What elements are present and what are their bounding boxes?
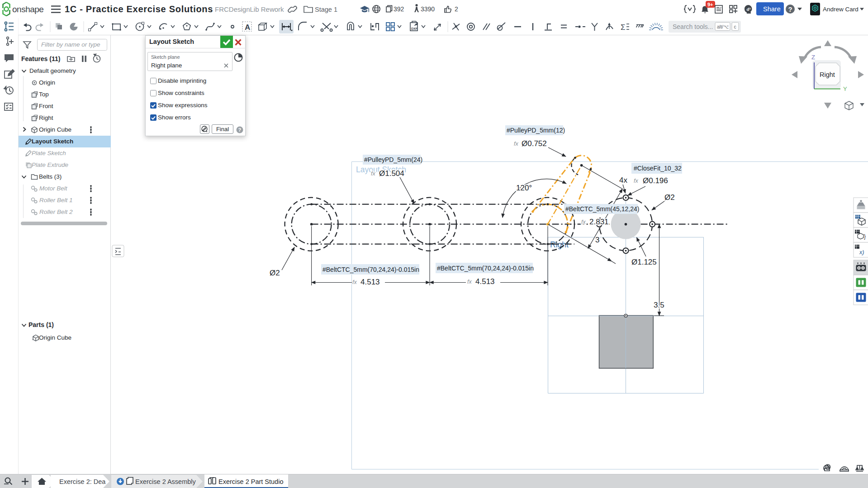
svg-text:Ø0.752: Ø0.752 <box>522 139 547 148</box>
svg-text:FRCDesignLib Rework: FRCDesignLib Rework <box>215 5 284 13</box>
svg-text:alt/⌥: alt/⌥ <box>717 24 729 29</box>
svg-text:2: 2 <box>455 5 458 13</box>
svg-text:3390: 3390 <box>421 5 435 13</box>
svg-text:fx: fx <box>371 171 375 177</box>
svg-text:Ø1.504: Ø1.504 <box>379 169 404 178</box>
svg-text:Ø2: Ø2 <box>270 269 280 277</box>
svg-text:fx: fx <box>514 141 518 147</box>
svg-text:#CloseFit_10_32: #CloseFit_10_32 <box>634 165 682 172</box>
svg-text:DXF: DXF <box>411 27 418 30</box>
svg-text:Σ: Σ <box>621 23 626 32</box>
svg-text:fx: fx <box>634 178 638 184</box>
svg-text:120°: 120° <box>516 184 532 192</box>
svg-text:392: 392 <box>394 5 404 13</box>
svg-text:Share: Share <box>763 5 781 13</box>
svg-text:Search tools...: Search tools... <box>673 23 713 30</box>
svg-text:3.5: 3.5 <box>654 301 664 309</box>
svg-text:fx: fx <box>352 279 357 285</box>
svg-text:Exercise 2: Dea: Exercise 2: Dea <box>59 478 106 485</box>
svg-text:4.513: 4.513 <box>475 277 495 286</box>
svg-text:9+: 9+ <box>707 2 713 7</box>
svg-text:d³: d³ <box>747 7 751 12</box>
svg-text:#PulleyPD_5mm(24): #PulleyPD_5mm(24) <box>364 156 422 163</box>
svg-text:#BeltCTC_5mm(45,12,24): #BeltCTC_5mm(45,12,24) <box>565 205 639 213</box>
svg-text:2.831: 2.831 <box>589 218 609 226</box>
svg-text:A: A <box>245 23 250 32</box>
svg-text:c: c <box>734 24 736 29</box>
svg-text:4x: 4x <box>619 176 627 185</box>
svg-text:Features (11): Features (11) <box>21 55 60 62</box>
svg-text:Exercise 2 Assembly: Exercise 2 Assembly <box>135 478 196 485</box>
svg-text:Andrew Card: Andrew Card <box>823 6 859 13</box>
svg-text:Stage 1: Stage 1 <box>315 6 337 13</box>
svg-text:fx: fx <box>467 279 472 285</box>
svg-text:onshape: onshape <box>12 5 43 14</box>
svg-text:?: ? <box>788 5 792 13</box>
svg-text:#BeltCTC_5mm(70,24,24)-0.015in: #BeltCTC_5mm(70,24,24)-0.015in <box>323 266 419 273</box>
svg-text:1C - Practice Exercise Solutio: 1C - Practice Exercise Solutions <box>65 4 213 14</box>
svg-text:#BeltCTC_5mm(70,24,24)-0.015in: #BeltCTC_5mm(70,24,24)-0.015in <box>437 265 534 272</box>
svg-text:Ø2: Ø2 <box>664 193 675 202</box>
svg-text:Filter by name or type: Filter by name or type <box>41 41 100 48</box>
svg-text:Ø0.196: Ø0.196 <box>643 176 668 185</box>
svg-text:Right: Right <box>550 240 569 249</box>
svg-text:fx: fx <box>581 219 586 225</box>
svg-text:Exercise 2 Part Studio: Exercise 2 Part Studio <box>218 478 283 485</box>
svg-text:3: 3 <box>595 236 599 244</box>
svg-text:?: ? <box>238 127 242 133</box>
svg-text:4.513: 4.513 <box>360 278 380 286</box>
svg-text:Ø1.125: Ø1.125 <box>631 258 657 266</box>
svg-text:#PulleyPD_5mm(12): #PulleyPD_5mm(12) <box>507 127 565 134</box>
